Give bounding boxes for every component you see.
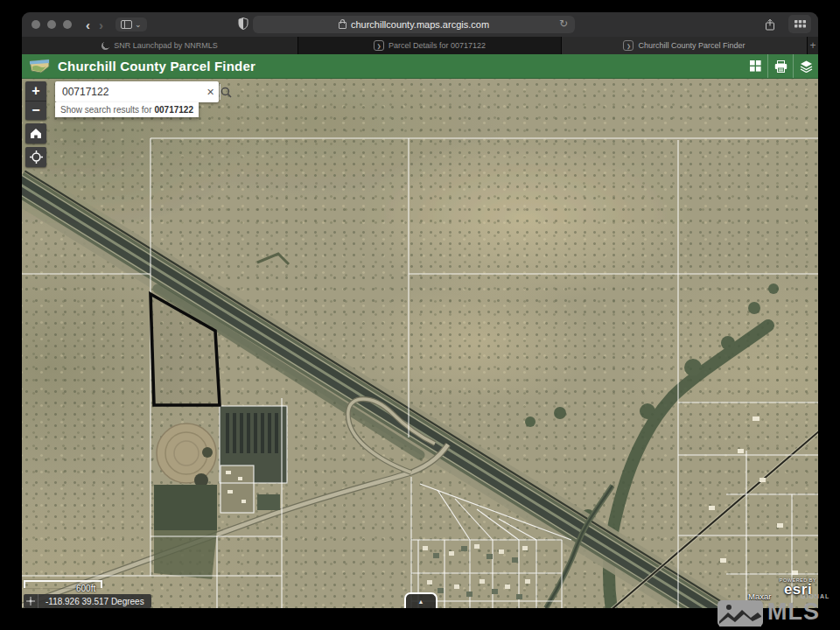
basemap-grid-icon (750, 60, 761, 72)
lock-icon (339, 22, 346, 29)
print-button[interactable] (767, 54, 793, 78)
chevron-down-icon: ⌄ (135, 23, 142, 26)
window-controls (32, 20, 72, 29)
share-button[interactable] (759, 15, 781, 33)
home-button[interactable] (25, 123, 46, 144)
sidebar-icon (121, 20, 132, 29)
town-buildings (423, 544, 530, 599)
tab-snr-launchpad[interactable]: SNR Launchpad by NNRMLS (22, 37, 298, 54)
mls-mountain-logo (718, 600, 763, 626)
tab-overview-button[interactable] (788, 15, 811, 33)
basemap-gallery-button[interactable] (743, 54, 767, 78)
attribution-drawer-handle[interactable]: ▲ (404, 592, 438, 608)
suggestion-term: 00717122 (155, 105, 194, 115)
maximize-window-icon[interactable] (63, 20, 72, 29)
minimize-window-icon[interactable] (47, 20, 56, 29)
layers-icon (800, 60, 813, 73)
rural-buildings (709, 416, 798, 575)
highway (22, 171, 738, 608)
tab-parcel-finder-active[interactable]: ❯ Churchill County Parcel Finder (562, 37, 808, 54)
tab-label: Parcel Details for 00717122 (388, 41, 486, 50)
county-logo (29, 59, 50, 74)
browser-window: ‹ › ⌄ churchillcounty.maps.arcgis.com ↻ (22, 12, 818, 608)
locate-button[interactable] (25, 147, 46, 167)
search-submit-button[interactable] (220, 84, 232, 100)
tab-bar: SNR Launchpad by NNRMLS ❯ Parcel Details… (22, 37, 818, 54)
share-icon (765, 18, 775, 31)
zoom-controls: + − (25, 81, 46, 120)
tab-parcel-details[interactable]: ❯ Parcel Details for 00717122 (298, 37, 562, 54)
home-icon (30, 128, 42, 139)
coordinates-display: -118.926 39.517 Degrees (24, 594, 151, 608)
print-icon (774, 60, 788, 73)
snr-favicon-icon (102, 42, 109, 50)
scale-label: 600ft (76, 584, 95, 593)
back-icon[interactable]: ‹ (86, 18, 90, 32)
coordinates-text: -118.926 39.517 Degrees (38, 597, 151, 606)
arcgis-favicon-icon: ❯ (374, 40, 384, 51)
tab-label: SNR Launchpad by NNRMLS (114, 41, 218, 50)
sidebar-toggle-button[interactable]: ⌄ (116, 18, 147, 32)
browser-titlebar: ‹ › ⌄ churchillcounty.maps.arcgis.com ↻ (22, 12, 818, 37)
mls-watermark: MLS (718, 600, 820, 626)
watermark-fragment: GIONAL (801, 593, 830, 599)
crosshair-icon[interactable] (24, 594, 38, 608)
screenshot-root: { "browser": { "url": "churchillcounty.m… (0, 0, 840, 630)
parcel-search-box: ✕ (55, 81, 219, 102)
new-tab-button[interactable]: + (808, 37, 818, 54)
search-suggestion[interactable]: Show search results for 00717122 (55, 102, 199, 117)
app-header: Churchill County Parcel Finder (22, 54, 818, 79)
zoom-in-button[interactable]: + (25, 81, 46, 102)
map-features-layer (22, 79, 818, 608)
privacy-shield-icon[interactable] (238, 18, 248, 33)
forward-icon[interactable]: › (99, 18, 103, 32)
search-input[interactable] (55, 81, 201, 102)
tab-grid-icon (794, 20, 806, 28)
layers-button[interactable] (793, 54, 818, 78)
clear-search-icon[interactable]: ✕ (201, 87, 220, 98)
search-icon (220, 87, 232, 98)
suggestion-text: Show search results for (60, 105, 152, 115)
tab-label: Churchill County Parcel Finder (638, 41, 745, 50)
arcgis-favicon-icon: ❯ (623, 40, 634, 51)
close-window-icon[interactable] (32, 20, 40, 29)
page-title: Churchill County Parcel Finder (58, 59, 256, 74)
mls-watermark-text: MLS (767, 600, 820, 624)
map-canvas[interactable]: + − ✕ (22, 79, 818, 608)
zoom-out-button[interactable]: − (25, 102, 46, 121)
reload-icon[interactable]: ↻ (559, 18, 568, 30)
url-text: churchillcounty.maps.arcgis.com (351, 19, 489, 30)
locate-icon (30, 150, 43, 164)
address-bar[interactable]: churchillcounty.maps.arcgis.com ↻ (253, 16, 575, 33)
